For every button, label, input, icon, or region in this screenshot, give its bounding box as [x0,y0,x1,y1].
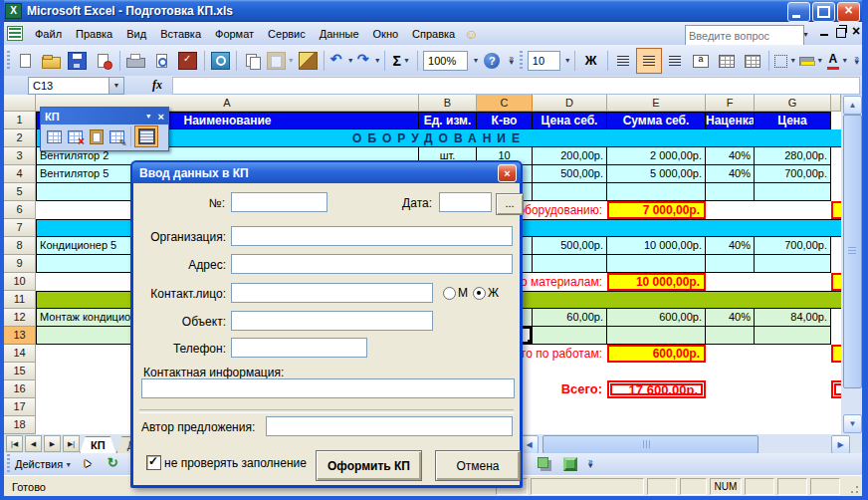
formatting-options-chevron[interactable]: »▼ [851,49,862,73]
resize-grip[interactable] [848,483,860,495]
menu-item-Справка[interactable]: Справка [405,24,462,44]
cell-E12[interactable]: 600,00р. [607,309,706,327]
row-header-10[interactable]: 10 [4,273,36,291]
number-field[interactable] [231,192,327,212]
cell-F13[interactable] [706,327,755,345]
font-color-button[interactable]: А▼ [824,49,850,73]
kp-delete-row-button[interactable]: × [65,126,86,146]
cell-G8[interactable]: 700,00р. [755,237,831,255]
name-box[interactable]: C13 [28,77,109,95]
print-preview-button[interactable] [149,49,175,73]
header-cell[interactable]: Наценка [706,112,755,129]
tab-last-icon[interactable]: ▶| [63,435,80,452]
phone-field[interactable] [231,338,367,358]
cell-E13[interactable] [607,327,706,345]
formula-input[interactable] [172,77,860,95]
menu-item-Данные[interactable]: Данные [313,24,366,44]
col-header-D[interactable]: D [533,95,607,112]
new-button[interactable] [13,49,39,73]
cell-D13[interactable] [533,327,607,345]
research-button[interactable] [207,49,233,73]
autosum-button[interactable]: Σ▼ [388,49,414,73]
kp-toolbar-options-icon[interactable]: ▼ [145,113,152,120]
col-header-B[interactable]: B [419,95,477,112]
table-style-button[interactable] [714,49,740,73]
table-grid-button[interactable] [740,49,765,73]
tab-first-icon[interactable]: |◀ [6,435,23,452]
actions-menu[interactable]: Действия▼ [13,452,74,476]
close-button[interactable] [837,2,860,22]
question-input[interactable] [685,25,804,46]
undo-button[interactable]: ▼ [327,49,354,73]
cell-D8[interactable]: 500,00р. [533,237,607,255]
kp-form-button[interactable] [134,125,158,147]
contact-person-field[interactable] [231,283,433,303]
cancel-button[interactable]: Отмена [435,450,521,481]
menu-item-Вид[interactable]: Вид [119,24,153,44]
col-header-G[interactable]: G [755,95,831,112]
help-button[interactable]: ? [479,49,505,73]
date-browse-button[interactable]: ... [496,193,524,215]
kp-insert-row-button[interactable] [44,126,65,146]
spelling-button[interactable] [175,49,201,73]
row-header-13[interactable]: 13 [4,327,36,345]
cell-G12[interactable]: 84,00р. [755,309,831,327]
save-button[interactable] [65,49,91,73]
header-cell[interactable]: Цена себ. [533,112,607,129]
tab-next-icon[interactable]: ▶ [44,435,61,452]
scroll-right-icon[interactable]: ▶ [831,435,850,454]
scroll-down-icon[interactable]: ▼ [843,414,862,433]
cell-D4[interactable]: 500,00р. [533,165,607,183]
maximize-button[interactable] [812,2,835,22]
workbook-minimize-icon[interactable] [820,34,828,36]
workbook-restore-icon[interactable] [836,28,846,38]
row-header-2[interactable]: 2 [4,129,36,147]
row-header-4[interactable]: 4 [4,165,36,183]
redo-button[interactable]: ▼ [354,49,381,73]
3d-style-button[interactable] [557,452,583,476]
cell-F8[interactable]: 40% [706,237,755,255]
submit-kp-button[interactable]: Оформить КП [316,450,422,481]
free-rotate-button[interactable] [100,452,125,476]
row-header-16[interactable]: 16 [4,380,36,398]
cell-G3[interactable]: 280,00р. [755,147,831,165]
shadow-style-button[interactable] [532,452,557,476]
vertical-scroll-thumb[interactable] [843,115,862,388]
print-button[interactable] [123,49,149,73]
borders-button[interactable]: ▼ [772,49,798,73]
cell-F9[interactable] [706,255,755,273]
cell-G9[interactable] [755,255,831,273]
cell-E5[interactable] [607,183,706,201]
cell-G4[interactable]: 700,00р. [755,165,831,183]
question-dropdown-icon[interactable]: ▼ [799,25,812,44]
kp-toolbar-title-bar[interactable]: КП ▼ × [41,108,168,125]
author-field[interactable] [266,416,513,436]
toolbar-grip[interactable] [7,454,10,474]
row-header-1[interactable]: 1 [4,112,36,129]
align-right-button[interactable] [662,49,688,73]
row-header-8[interactable]: 8 [4,237,36,255]
cell-D12[interactable]: 60,00р. [533,309,607,327]
kp-edit-table-button[interactable]: ✎ [107,126,127,146]
cell-G13[interactable] [755,327,831,345]
row-header-18[interactable]: 18 [4,416,36,434]
font-size-select[interactable]: 10 [528,51,560,71]
open-button[interactable] [39,49,65,73]
male-radio[interactable] [443,287,456,300]
toolbar-grip[interactable] [520,51,523,71]
col-header-F[interactable]: F [706,95,755,112]
merge-center-button[interactable] [688,49,714,73]
col-header-E[interactable]: E [607,95,706,112]
name-box-dropdown-icon[interactable]: ▼ [109,77,124,95]
zoom-select[interactable]: 100% [423,51,468,71]
cell-F5[interactable] [706,183,755,201]
select-all-corner[interactable] [4,95,36,112]
toolbar-options-chevron[interactable]: »▼ [506,49,517,73]
col-header-C[interactable]: C [477,95,533,112]
cell-D9[interactable] [533,255,607,273]
address-field[interactable] [231,254,513,274]
dialog-close-button[interactable]: × [498,164,517,182]
cell-G5[interactable] [755,183,831,201]
menu-item-Окно[interactable]: Окно [366,24,406,44]
row-header-12[interactable]: 12 [4,309,36,327]
